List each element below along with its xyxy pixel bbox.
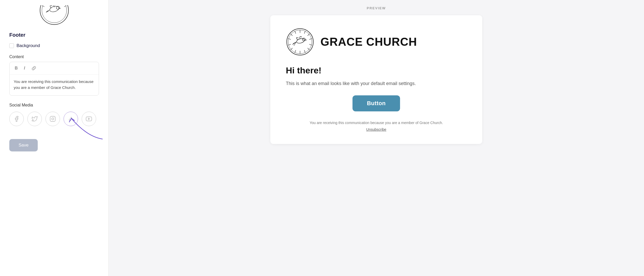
youtube-icon-button[interactable]: [82, 112, 96, 126]
right-panel: PREVIEW: [109, 0, 644, 276]
footer-section-title: Footer: [9, 32, 99, 38]
logo-cropped-area: [9, 5, 99, 26]
bold-icon: B: [15, 66, 18, 71]
svg-point-32: [302, 38, 305, 41]
svg-point-2: [49, 5, 59, 13]
preview-header: GRACE CHURCH: [286, 28, 467, 56]
editor-content-text[interactable]: You are receiving this communication bec…: [10, 75, 99, 95]
svg-line-18: [295, 31, 296, 34]
preview-greeting: Hi there!: [286, 65, 321, 75]
content-label: Content: [9, 55, 99, 59]
svg-line-23: [295, 50, 296, 53]
twitter-icon: [32, 116, 38, 122]
svg-line-19: [290, 34, 292, 36]
italic-icon: I: [24, 66, 25, 71]
social-icons-row: [9, 112, 99, 126]
italic-button[interactable]: I: [23, 65, 26, 71]
svg-line-25: [304, 50, 305, 53]
preview-unsubscribe-link[interactable]: Unsubscribe: [366, 127, 386, 132]
svg-line-30: [304, 31, 305, 34]
svg-point-1: [42, 5, 67, 23]
church-name: GRACE CHURCH: [320, 35, 417, 48]
tiktok-icon-button[interactable]: [64, 112, 78, 126]
preview-label: PREVIEW: [367, 6, 386, 10]
editor-toolbar: B I: [10, 62, 99, 75]
tiktok-icon: [68, 116, 74, 122]
svg-point-0: [40, 5, 68, 25]
social-media-label: Social Media: [9, 103, 99, 108]
preview-subtext: This is what an email looks like with yo…: [286, 80, 416, 87]
church-logo-preview: [286, 28, 314, 56]
svg-point-16: [288, 30, 312, 54]
preview-body: Hi there! This is what an email looks li…: [286, 65, 467, 132]
link-button[interactable]: [30, 65, 37, 71]
facebook-icon: [13, 116, 20, 122]
facebook-icon-button[interactable]: [9, 112, 24, 126]
svg-point-12: [52, 118, 54, 120]
instagram-icon-button[interactable]: [45, 112, 60, 126]
svg-rect-11: [50, 116, 55, 121]
svg-line-29: [308, 34, 309, 36]
svg-marker-14: [88, 118, 90, 120]
preview-button-wrap: Button: [286, 95, 467, 111]
link-icon: [31, 66, 36, 71]
youtube-icon: [86, 116, 92, 122]
preview-footer: You are receiving this communication bec…: [286, 121, 467, 132]
bold-button[interactable]: B: [14, 65, 19, 71]
instagram-icon: [50, 116, 56, 122]
svg-line-26: [308, 48, 309, 50]
twitter-icon-button[interactable]: [27, 112, 42, 126]
preview-cta-button[interactable]: Button: [352, 95, 400, 111]
svg-line-22: [290, 48, 292, 50]
background-checkbox[interactable]: [9, 43, 14, 48]
background-checkbox-row: Background: [9, 43, 99, 48]
save-button[interactable]: Save: [9, 139, 38, 151]
background-label: Background: [17, 43, 40, 48]
email-preview-card: GRACE CHURCH Hi there! This is what an e…: [270, 15, 482, 144]
preview-footer-text: You are receiving this communication bec…: [310, 121, 443, 125]
rich-text-editor: B I You are receiving this communication…: [9, 62, 99, 96]
left-panel: Footer Background Content B I You: [0, 0, 109, 276]
church-logo-small: [39, 5, 70, 26]
